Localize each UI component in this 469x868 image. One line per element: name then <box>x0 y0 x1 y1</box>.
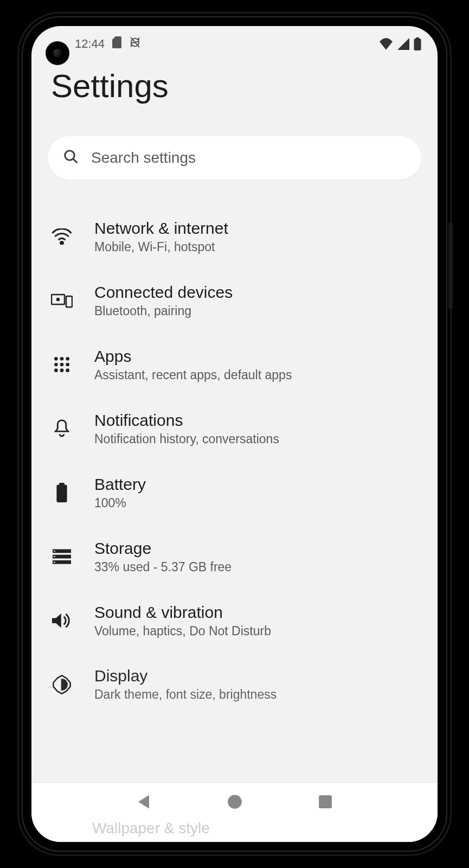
svg-point-27 <box>228 795 242 809</box>
storage-icon <box>50 545 74 569</box>
svg-point-10 <box>60 357 64 361</box>
svg-rect-7 <box>66 296 72 307</box>
setting-notifications[interactable]: Notifications Notification history, conv… <box>48 397 421 461</box>
setting-subtitle: Notification history, conversations <box>94 432 419 446</box>
settings-list: Network & internet Mobile, Wi-Fi, hotspo… <box>48 205 421 716</box>
svg-rect-22 <box>53 555 71 559</box>
search-bar[interactable]: Search settings <box>48 136 421 180</box>
svg-rect-19 <box>59 483 65 486</box>
setting-subtitle: Dark theme, font size, brightness <box>94 687 419 702</box>
svg-rect-23 <box>54 556 55 557</box>
setting-title: Sound & vibration <box>94 603 419 622</box>
setting-subtitle: Volume, haptics, Do Not Disturb <box>94 624 419 639</box>
status-time: 12:44 <box>75 37 105 51</box>
setting-network-internet[interactable]: Network & internet Mobile, Wi-Fi, hotspo… <box>48 205 421 269</box>
navigation-bar-area: Wallpaper & style <box>31 782 438 842</box>
setting-title: Connected devices <box>94 283 419 302</box>
setting-subtitle: 33% used - 5.37 GB free <box>94 560 419 575</box>
svg-point-17 <box>66 368 69 372</box>
nav-recents-button[interactable] <box>314 791 336 813</box>
setting-subtitle: Bluetooth, pairing <box>94 304 419 318</box>
svg-point-3 <box>65 151 75 161</box>
volume-icon <box>50 609 74 633</box>
setting-battery[interactable]: Battery 100% <box>48 461 421 525</box>
partial-next-item-title: Wallpaper & style <box>92 820 210 837</box>
brightness-icon <box>50 673 74 697</box>
svg-point-11 <box>66 357 69 361</box>
wifi-icon <box>50 225 74 248</box>
svg-point-15 <box>54 368 58 372</box>
battery-icon <box>50 481 74 505</box>
svg-rect-25 <box>54 561 55 563</box>
svg-point-12 <box>54 363 58 367</box>
wifi-status-icon <box>379 38 393 50</box>
battery-status-icon <box>414 37 421 50</box>
status-bar: 12:44 <box>31 26 438 56</box>
svg-rect-1 <box>414 39 421 50</box>
nav-back-button[interactable] <box>133 791 155 813</box>
svg-point-8 <box>57 298 59 301</box>
sync-off-icon <box>130 36 140 52</box>
setting-sound-vibration[interactable]: Sound & vibration Volume, haptics, Do No… <box>48 589 421 653</box>
search-icon <box>63 149 79 167</box>
page-title: Settings <box>48 67 421 105</box>
setting-connected-devices[interactable]: Connected devices Bluetooth, pairing <box>48 269 421 333</box>
devices-icon <box>50 289 74 312</box>
setting-title: Network & internet <box>94 219 419 238</box>
svg-rect-20 <box>53 549 71 553</box>
nav-home-button[interactable] <box>224 791 246 813</box>
setting-subtitle: Mobile, Wi-Fi, hotspot <box>94 240 419 254</box>
setting-subtitle: 100% <box>94 496 419 510</box>
apps-grid-icon <box>50 353 74 376</box>
svg-point-9 <box>54 357 58 361</box>
svg-rect-28 <box>319 795 332 808</box>
setting-apps[interactable]: Apps Assistant, recent apps, default app… <box>48 333 421 397</box>
setting-title: Apps <box>94 347 419 366</box>
setting-title: Display <box>94 667 419 685</box>
setting-title: Battery <box>94 475 419 494</box>
svg-line-4 <box>73 159 78 163</box>
screen: 12:44 Settings <box>31 26 438 842</box>
svg-rect-24 <box>53 560 71 564</box>
setting-title: Storage <box>94 539 419 558</box>
setting-title: Notifications <box>94 411 419 430</box>
setting-display[interactable]: Display Dark theme, font size, brightnes… <box>48 653 421 716</box>
svg-point-14 <box>66 363 69 367</box>
svg-point-16 <box>60 368 64 372</box>
bell-icon <box>50 417 74 441</box>
setting-subtitle: Assistant, recent apps, default apps <box>94 368 419 382</box>
search-placeholder: Search settings <box>91 149 196 167</box>
svg-point-13 <box>60 363 64 367</box>
setting-storage[interactable]: Storage 33% used - 5.37 GB free <box>48 525 421 589</box>
svg-rect-21 <box>54 551 55 552</box>
svg-rect-2 <box>416 37 420 39</box>
sd-card-icon <box>112 36 122 52</box>
cell-signal-icon <box>397 38 409 50</box>
svg-rect-18 <box>56 485 67 502</box>
camera-hole <box>47 42 68 64</box>
svg-point-5 <box>61 242 63 245</box>
